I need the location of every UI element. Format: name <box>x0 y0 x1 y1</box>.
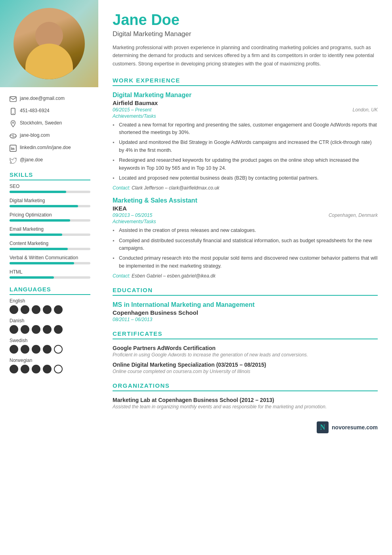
job-bullets: Assisted in the creation of press releas… <box>113 227 378 270</box>
skill-bar-fill <box>10 248 68 250</box>
job-dates: 06/2015 – Present <box>113 107 151 113</box>
contact-location-item: Stockholm, Sweden <box>10 120 90 127</box>
skill-item: Pricing Optimization <box>10 212 90 222</box>
language-dot <box>21 345 29 354</box>
language-dot <box>10 325 18 334</box>
footer-brand: N novoresume.com <box>113 421 378 433</box>
candidate-title: Digital Marketing Manager <box>113 30 378 38</box>
skill-item: Email Marketing <box>10 226 90 236</box>
certificates-section-title: CERTIFICATES <box>113 330 378 339</box>
sidebar-content: jane.doe@gmail.com 451-483-6924 Stockhol… <box>0 87 98 385</box>
candidate-summary: Marketing professional with proven exper… <box>113 44 378 68</box>
profile-photo-area <box>0 0 98 87</box>
jobs-list: Digital Marketing Manager Airfield Bauma… <box>113 92 378 279</box>
language-dot <box>32 365 40 373</box>
job-bullet: Conducted primary research into the most… <box>113 255 378 270</box>
organizations-section-title: ORGANIZATIONS <box>113 382 378 391</box>
website-icon <box>10 132 17 140</box>
skill-bar-bg <box>10 205 90 207</box>
email-value: jane.doe@gmail.com <box>20 95 65 102</box>
location-value: Stockholm, Sweden <box>20 120 62 126</box>
organization-entry: Marketing Lab at Copenhagen Business Sch… <box>113 397 378 410</box>
job-bullet: Compiled and distributed successfully fi… <box>113 237 378 253</box>
twitter-value: @jane.doe <box>20 157 43 163</box>
linkedin-value: linkedin.com/in/jane.doe <box>20 144 71 151</box>
skill-name: HTML <box>10 269 90 275</box>
twitter-icon <box>10 157 17 164</box>
skill-bar-fill <box>10 191 66 193</box>
svg-text:in: in <box>11 146 15 151</box>
language-dot <box>54 345 63 354</box>
cert-desc: Online course completed on coursera.com … <box>113 369 378 374</box>
language-dot <box>10 305 18 314</box>
languages-section-title: LANGUAGES <box>10 286 90 295</box>
avatar <box>13 8 85 79</box>
language-dot <box>10 345 18 354</box>
job-dates: 09/2013 – 05/2015 <box>113 212 152 218</box>
edu-degree: MS in International Marketing and Manage… <box>113 301 378 308</box>
job-bullet: Updated and monitored the Bid Strategy i… <box>113 139 378 154</box>
language-dot <box>21 305 29 314</box>
cert-title: Online Digital Marketing Specialization … <box>113 362 378 368</box>
cert-title: Google Partners AdWords Certification <box>113 345 378 351</box>
job-meta: 09/2013 – 05/2015 Copenhagen, Denmark <box>113 212 378 218</box>
skill-bar-fill <box>10 233 62 236</box>
language-dot <box>43 305 52 314</box>
education-list: MS in International Marketing and Manage… <box>113 301 378 322</box>
skill-item: SEO <box>10 184 90 193</box>
skill-bar-bg <box>10 248 90 250</box>
candidate-name: Jane Doe <box>113 12 378 29</box>
certificate-entry: Online Digital Marketing Specialization … <box>113 362 378 374</box>
skill-item: Content Marketing <box>10 241 90 250</box>
language-dot <box>43 365 52 373</box>
org-title: Marketing Lab at Copenhagen Business Sch… <box>113 397 378 403</box>
language-name: Norwegian <box>10 358 90 363</box>
certificates-list: Google Partners AdWords Certification Pr… <box>113 345 378 374</box>
contact-email-item: jane.doe@gmail.com <box>10 95 90 103</box>
skill-item: Digital Marketing <box>10 198 90 207</box>
skill-item: HTML <box>10 269 90 279</box>
job-company: IKEA <box>113 205 378 212</box>
resume-container: jane.doe@gmail.com 451-483-6924 Stockhol… <box>0 0 392 555</box>
skills-section-title: SKILLS <box>10 171 90 180</box>
job-bullet: Redesigned and researched keywords for u… <box>113 157 378 172</box>
language-name: English <box>10 298 90 304</box>
skill-name: Verbal & Written Communication <box>10 255 90 260</box>
language-dot <box>43 325 52 334</box>
language-name: Swedish <box>10 338 90 343</box>
language-dot <box>54 365 63 373</box>
job-achievements-label: Achievements/Tasks <box>113 113 378 119</box>
edu-school: Copenhagen Business School <box>113 309 378 316</box>
job-entry: Marketing & Sales Assistant IKEA 09/2013… <box>113 197 378 279</box>
phone-icon <box>10 108 17 115</box>
language-item: Swedish <box>10 338 90 354</box>
certificate-entry: Google Partners AdWords Certification Pr… <box>113 345 378 358</box>
job-company: Airfield Baumax <box>113 100 378 106</box>
job-contact: Contact: Clark Jefferson – clark@airfiel… <box>113 185 378 191</box>
language-dots <box>10 325 90 334</box>
language-dot <box>54 305 63 314</box>
skill-name: Email Marketing <box>10 226 90 232</box>
language-name: Danish <box>10 318 90 323</box>
skill-bar-fill <box>10 262 74 264</box>
linkedin-icon: in <box>10 145 17 152</box>
job-contact: Contact: Esben Gabriel – esben.gabriel@i… <box>113 273 378 279</box>
language-dot <box>32 305 40 314</box>
cert-desc: Proficient in using Google Adwords to in… <box>113 352 378 358</box>
job-contact-details: Clark Jefferson – clark@airfieldmax.co.u… <box>132 185 220 191</box>
job-location: London, UK <box>353 107 378 113</box>
skill-item: Verbal & Written Communication <box>10 255 90 264</box>
job-bullets: Created a new format for reporting and p… <box>113 121 378 182</box>
language-dots <box>10 345 90 354</box>
skill-name: SEO <box>10 184 90 189</box>
brand-logo: N <box>317 421 329 433</box>
main-content: Jane Doe Digital Marketing Manager Marke… <box>98 0 392 555</box>
job-title: Marketing & Sales Assistant <box>113 197 378 204</box>
email-icon <box>10 96 17 103</box>
language-dot <box>32 325 40 334</box>
skill-bar-fill <box>10 276 54 279</box>
organizations-list: Marketing Lab at Copenhagen Business Sch… <box>113 397 378 410</box>
work-experience-section-title: WORK EXPERIENCE <box>113 77 378 86</box>
language-item: English <box>10 298 90 314</box>
skill-name: Digital Marketing <box>10 198 90 203</box>
